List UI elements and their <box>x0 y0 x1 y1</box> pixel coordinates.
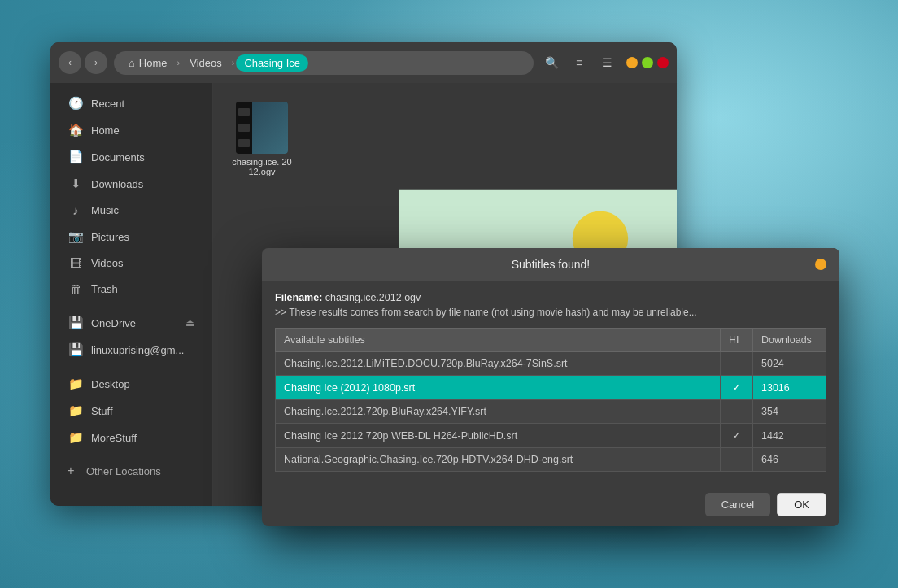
sidebar-item-downloads[interactable]: ⬇ Downloads <box>55 171 207 197</box>
subtitle-name: Chasing.Ice.2012.720p.BluRay.x264.YIFY.s… <box>276 400 721 424</box>
home-sidebar-icon: 🏠 <box>68 123 83 137</box>
table-row[interactable]: Chasing.Ice.2012.720p.BluRay.x264.YIFY.s… <box>276 400 826 424</box>
table-header-row: Available subtitles HI Downloads <box>276 329 826 352</box>
nav-forward-button[interactable]: › <box>85 51 107 74</box>
dialog-title: Subtitles found! <box>286 258 815 271</box>
eject-icon[interactable]: ⏏ <box>185 317 194 329</box>
titlebar: ‹ › ⌂ Home › Videos › Chasing Ice 🔍 ≡ ☰ <box>50 42 677 83</box>
file-item-chasing-ice[interactable]: chasing.ice. 2012.ogv <box>225 95 299 183</box>
dialog-traffic-light[interactable] <box>815 259 826 270</box>
sidebar-item-linuxuprising[interactable]: 💾 linuxuprising@gm... <box>55 337 207 363</box>
breadcrumb-videos[interactable]: Videos <box>181 54 230 72</box>
sidebar-item-desktop[interactable]: 📁 Desktop <box>55 371 207 397</box>
cancel-button[interactable]: Cancel <box>705 493 770 516</box>
subtitle-downloads: 13016 <box>753 376 826 400</box>
morestuff-icon: 📁 <box>68 430 83 445</box>
sidebar: 🕐 Recent 🏠 Home 📄 Documents ⬇ Downloads … <box>50 83 213 506</box>
table-row[interactable]: Chasing Ice (2012) 1080p.srt✓13016 <box>276 376 826 400</box>
col-header-hi: HI <box>721 329 753 352</box>
subtitle-hi <box>721 400 753 424</box>
close-button[interactable] <box>657 57 669 68</box>
filename-label: Filename: <box>275 292 322 303</box>
music-icon: ♪ <box>68 203 83 217</box>
linuxuprising-icon: 💾 <box>68 342 83 357</box>
sidebar-item-onedrive[interactable]: 💾 OneDrive ⏏ <box>55 310 207 336</box>
dialog-header: Subtitles found! <box>262 248 839 281</box>
subtitle-name: Chasing Ice (2012) 1080p.srt <box>276 376 721 400</box>
subtitles-dialog: Subtitles found! Filename: chasing.ice.2… <box>262 248 839 526</box>
subtitle-hi <box>721 352 753 376</box>
breadcrumb-sep-1: › <box>177 58 181 68</box>
documents-icon: 📄 <box>68 150 83 164</box>
sidebar-item-home[interactable]: 🏠 Home <box>55 117 207 143</box>
sidebar-item-pictures[interactable]: 📷 Pictures <box>55 224 207 250</box>
sidebar-item-other-locations[interactable]: + Other Locations <box>50 458 212 484</box>
home-icon: ⌂ <box>129 57 135 69</box>
subtitle-table: Available subtitles HI Downloads Chasing… <box>275 328 826 472</box>
sidebar-item-music[interactable]: ♪ Music <box>55 198 207 223</box>
dialog-footer: Cancel OK <box>262 483 839 526</box>
subtitle-downloads: 1442 <box>753 424 826 448</box>
menu-button[interactable]: ☰ <box>595 51 618 74</box>
stuff-icon: 📁 <box>68 403 83 418</box>
subtitle-downloads: 5024 <box>753 352 826 376</box>
add-location-icon: + <box>63 464 78 478</box>
col-header-downloads: Downloads <box>753 329 826 352</box>
subtitle-hi: ✓ <box>721 424 753 448</box>
search-button[interactable]: 🔍 <box>540 51 563 74</box>
list-view-button[interactable]: ≡ <box>568 51 591 74</box>
table-row[interactable]: Chasing.Ice.2012.LiMiTED.DOCU.720p.BluRa… <box>276 352 826 376</box>
videos-icon: 🎞 <box>68 256 83 270</box>
nav-back-button[interactable]: ‹ <box>59 51 81 74</box>
file-label: chasing.ice. 2012.ogv <box>232 157 292 176</box>
subtitle-hi <box>721 448 753 472</box>
breadcrumb-chasing-ice[interactable]: Chasing Ice <box>236 54 308 72</box>
breadcrumb-home[interactable]: ⌂ Home <box>120 54 176 72</box>
sidebar-item-trash[interactable]: 🗑 Trash <box>55 277 207 302</box>
subtitle-name: Chasing.Ice.2012.LiMiTED.DOCU.720p.BluRa… <box>276 352 721 376</box>
dialog-filename: Filename: chasing.ice.2012.ogv <box>275 292 826 303</box>
breadcrumb-sep-2: › <box>232 58 235 68</box>
sidebar-item-recent[interactable]: 🕐 Recent <box>55 90 207 116</box>
sidebar-item-videos[interactable]: 🎞 Videos <box>55 250 207 276</box>
recent-icon: 🕐 <box>68 96 83 111</box>
subtitle-downloads: 354 <box>753 400 826 424</box>
ok-button[interactable]: OK <box>777 493 826 516</box>
file-thumbnail <box>236 102 288 154</box>
subtitle-name: Chasing Ice 2012 720p WEB-DL H264-Public… <box>276 424 721 448</box>
dialog-note: >> These results comes from search by fi… <box>275 307 826 318</box>
col-header-name: Available subtitles <box>276 329 721 352</box>
sidebar-item-documents[interactable]: 📄 Documents <box>55 144 207 170</box>
minimize-button[interactable] <box>626 57 638 68</box>
subtitle-hi: ✓ <box>721 376 753 400</box>
sidebar-item-morestuff[interactable]: 📁 MoreStuff <box>55 425 207 451</box>
dialog-body: Filename: chasing.ice.2012.ogv >> These … <box>262 281 839 483</box>
table-row[interactable]: National.Geographic.Chasing.Ice.720p.HDT… <box>276 448 826 472</box>
onedrive-icon: 💾 <box>68 316 83 330</box>
file-grid: chasing.ice. 2012.ogv <box>213 83 677 195</box>
titlebar-actions: 🔍 ≡ ☰ <box>540 51 669 74</box>
subtitle-downloads: 646 <box>753 448 826 472</box>
desktop-icon: 📁 <box>68 377 83 391</box>
maximize-button[interactable] <box>642 57 653 68</box>
table-row[interactable]: Chasing Ice 2012 720p WEB-DL H264-Public… <box>276 424 826 448</box>
nav-buttons: ‹ › <box>59 51 107 74</box>
trash-icon: 🗑 <box>68 282 83 296</box>
breadcrumb-bar: ⌂ Home › Videos › Chasing Ice <box>114 51 534 75</box>
downloads-icon: ⬇ <box>68 176 83 191</box>
pictures-icon: 📷 <box>68 229 83 244</box>
subtitle-name: National.Geographic.Chasing.Ice.720p.HDT… <box>276 448 721 472</box>
sidebar-item-stuff[interactable]: 📁 Stuff <box>55 398 207 424</box>
